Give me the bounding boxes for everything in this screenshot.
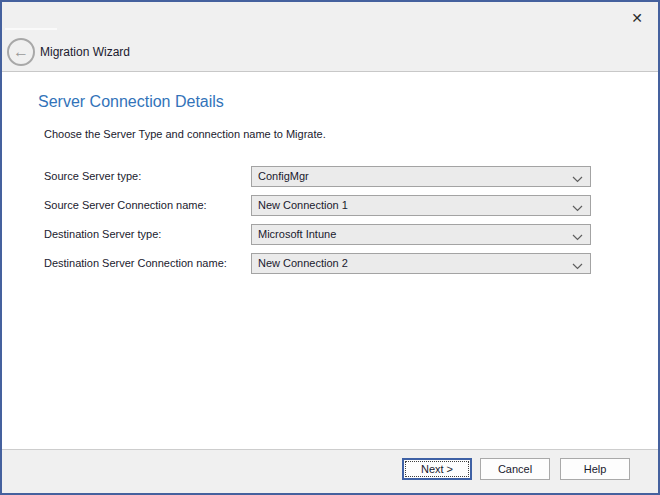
destination-connection-name-label: Destination Server Connection name: — [44, 253, 227, 274]
migration-wizard-window: ✕ ← Migration Wizard Server Connection D… — [0, 0, 660, 495]
wizard-content: Server Connection Details Choose the Ser… — [2, 73, 658, 449]
destination-connection-name-row: Destination Server Connection name: New … — [2, 253, 658, 274]
destination-server-type-row: Destination Server type: Microsoft Intun… — [2, 224, 658, 245]
page-title: Server Connection Details — [38, 93, 224, 111]
chevron-down-icon — [572, 173, 583, 185]
destination-server-type-value: Microsoft Intune — [258, 225, 566, 244]
next-button[interactable]: Next > — [402, 458, 472, 480]
wizard-title: Migration Wizard — [40, 38, 130, 66]
source-connection-name-row: Source Server Connection name: New Conne… — [2, 195, 658, 216]
chevron-down-icon — [572, 231, 583, 243]
page-description: Choose the Server Type and connection na… — [44, 128, 326, 140]
chevron-down-icon — [572, 260, 583, 272]
source-server-type-dropdown[interactable]: ConfigMgr — [251, 166, 591, 187]
destination-server-type-label: Destination Server type: — [44, 224, 161, 245]
cancel-button[interactable]: Cancel — [480, 458, 550, 480]
source-server-type-row: Source Server type: ConfigMgr — [2, 166, 658, 187]
help-button[interactable]: Help — [560, 458, 630, 480]
source-connection-name-value: New Connection 1 — [258, 196, 566, 215]
wizard-header: ✕ ← Migration Wizard — [2, 2, 658, 72]
close-icon[interactable]: ✕ — [626, 7, 648, 29]
destination-connection-name-value: New Connection 2 — [258, 254, 566, 273]
back-arrow-icon[interactable]: ← — [7, 38, 35, 66]
source-server-type-label: Source Server type: — [44, 166, 141, 187]
source-server-type-value: ConfigMgr — [258, 167, 566, 186]
header-highlight-line — [5, 28, 57, 30]
destination-server-type-dropdown[interactable]: Microsoft Intune — [251, 224, 591, 245]
destination-connection-name-dropdown[interactable]: New Connection 2 — [251, 253, 591, 274]
wizard-footer: Next > Cancel Help — [2, 449, 658, 493]
chevron-down-icon — [572, 202, 583, 214]
source-connection-name-dropdown[interactable]: New Connection 1 — [251, 195, 591, 216]
source-connection-name-label: Source Server Connection name: — [44, 195, 207, 216]
